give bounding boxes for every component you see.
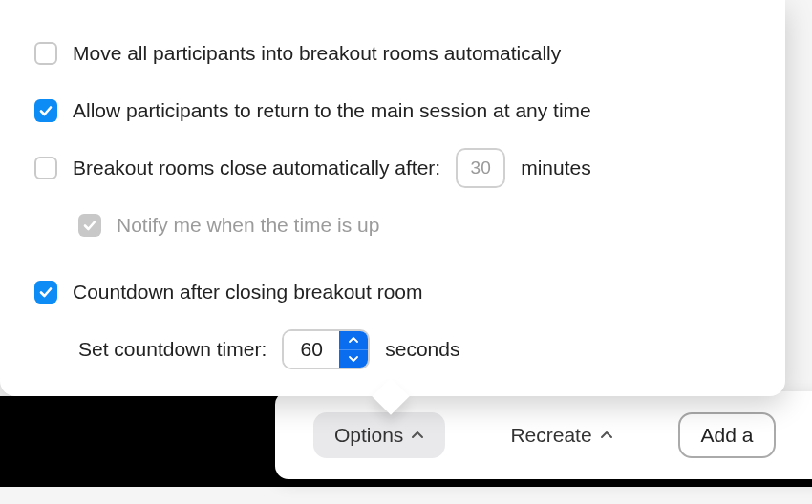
checkbox-disabled-icon	[78, 214, 101, 237]
option-label: Breakout rooms close automatically after…	[73, 156, 440, 179]
option-notify-time-up: Notify me when the time is up	[34, 202, 751, 248]
checkbox-unchecked-icon[interactable]	[34, 157, 57, 179]
option-label: Countdown after closing breakout room	[73, 280, 423, 304]
option-auto-close[interactable]: Breakout rooms close automatically after…	[34, 145, 751, 191]
options-button-label: Options	[334, 424, 403, 447]
checkbox-unchecked-icon[interactable]	[34, 42, 57, 65]
seconds-unit-label: seconds	[385, 337, 459, 361]
countdown-timer-value: 60	[284, 331, 339, 368]
option-countdown-timer: Set countdown timer: 60 seconds	[34, 326, 751, 372]
checkbox-checked-icon[interactable]	[34, 281, 57, 304]
option-label: Notify me when the time is up	[117, 213, 379, 237]
recreate-button-label: Recreate	[510, 424, 591, 447]
stepper-buttons[interactable]	[339, 331, 368, 368]
countdown-timer-label: Set countdown timer:	[78, 337, 267, 361]
option-label: Move all participants into breakout room…	[73, 41, 561, 65]
add-room-button[interactable]: Add a	[678, 412, 777, 458]
stepper-down-icon[interactable]	[339, 349, 368, 368]
minutes-unit-label: minutes	[521, 156, 591, 179]
option-label: Allow participants to return to the main…	[73, 98, 591, 122]
checkbox-checked-icon[interactable]	[34, 99, 57, 122]
option-move-automatically[interactable]: Move all participants into breakout room…	[34, 31, 751, 76]
options-popover: Move all participants into breakout room…	[0, 0, 785, 396]
breakout-toolbar: Options Recreate Add a	[275, 391, 812, 479]
options-button[interactable]: Options	[313, 412, 445, 458]
chevron-up-icon	[600, 430, 613, 440]
chevron-up-icon	[411, 430, 424, 440]
recreate-button[interactable]: Recreate	[489, 412, 633, 458]
add-room-button-label: Add a	[701, 424, 754, 447]
option-allow-return[interactable]: Allow participants to return to the main…	[34, 88, 751, 134]
countdown-timer-stepper[interactable]: 60	[282, 329, 370, 369]
auto-close-minutes-input[interactable]: 30	[456, 148, 505, 188]
stepper-up-icon[interactable]	[339, 331, 368, 349]
option-countdown[interactable]: Countdown after closing breakout room	[34, 269, 751, 315]
